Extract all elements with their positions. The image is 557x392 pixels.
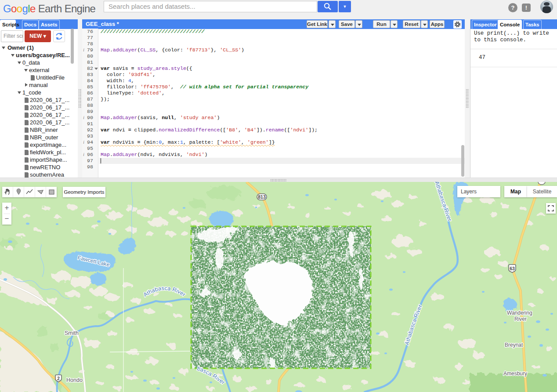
svg-text:Breynat: Breynat (505, 342, 523, 348)
svg-text:Hondo: Hondo (66, 377, 83, 383)
svg-text:Amesbury: Amesbury (503, 370, 527, 377)
svg-text:813: 813 (258, 194, 266, 200)
svg-text:River: River (514, 316, 527, 322)
svg-text:2: 2 (57, 376, 60, 381)
svg-text:Wandering: Wandering (507, 310, 532, 316)
svg-text:63: 63 (510, 266, 515, 271)
svg-text:Smith: Smith (65, 330, 79, 336)
